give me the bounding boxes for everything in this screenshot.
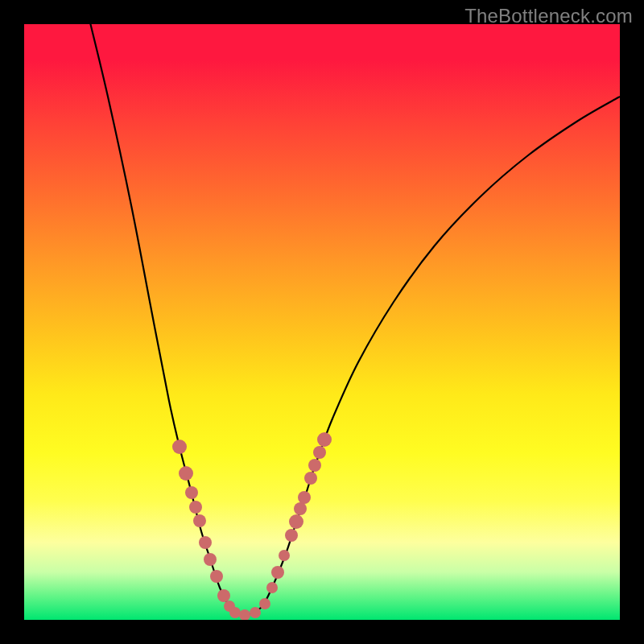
data-marker <box>313 446 326 459</box>
data-marker <box>199 536 212 549</box>
data-marker <box>229 607 241 618</box>
bottleneck-curve <box>89 24 620 614</box>
data-marker <box>250 607 261 618</box>
data-marker <box>289 514 303 529</box>
data-marker <box>317 432 332 447</box>
data-marker <box>294 502 307 515</box>
data-marker <box>266 582 278 593</box>
data-marker <box>285 529 298 542</box>
data-marker <box>172 440 187 454</box>
data-marker <box>298 491 311 504</box>
data-marker <box>189 501 202 514</box>
data-marker <box>308 459 321 472</box>
chart-frame: TheBottleneck.com <box>0 0 644 644</box>
data-marker <box>210 570 223 583</box>
plot-area <box>24 24 620 620</box>
data-marker <box>304 472 317 485</box>
data-marker <box>271 566 284 579</box>
data-marker <box>179 466 193 481</box>
data-marker <box>204 553 217 566</box>
data-marker <box>239 609 250 620</box>
marker-group <box>172 432 332 620</box>
data-marker <box>279 550 290 561</box>
data-marker <box>193 514 206 527</box>
data-marker <box>185 486 198 499</box>
data-marker <box>217 589 230 602</box>
curve-layer <box>24 24 620 620</box>
data-marker <box>259 598 270 609</box>
watermark-text: TheBottleneck.com <box>464 5 633 27</box>
